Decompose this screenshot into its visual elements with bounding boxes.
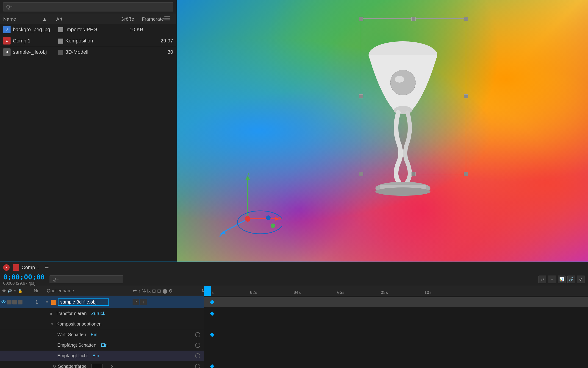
timeline-close-button[interactable]: × (3, 264, 10, 271)
track-1 (204, 296, 588, 308)
handle-bl (359, 172, 363, 176)
col-nr-header: Nr. (30, 288, 44, 294)
es-label: Empfängt Schatten (57, 342, 96, 348)
svg-point-22 (271, 223, 275, 228)
lock-header-icon: 🔒 (18, 289, 22, 293)
layer-1-nr: 1 (30, 299, 44, 305)
es-cycle-icon (195, 343, 200, 348)
layer-1-eye-icon[interactable]: 👁 (1, 299, 6, 305)
selection-box (361, 18, 466, 174)
sort-icon[interactable]: ▲ (42, 16, 47, 22)
col-size-header: Größe (109, 16, 134, 22)
playhead-marker (204, 286, 211, 296)
tl-add-icon[interactable]: + (548, 276, 556, 283)
transform-expand[interactable]: ▶ (50, 312, 53, 315)
project-search-input[interactable] (3, 2, 173, 11)
comp-icon: C (3, 37, 10, 45)
playhead-triangle (205, 286, 210, 289)
ruler-label-6s: 06s (337, 290, 345, 295)
el-value: Ein (92, 353, 99, 358)
timeline-search-input[interactable] (50, 275, 123, 283)
project-table-header: Name ▲ Art Größe Framerate (0, 14, 176, 24)
col-art-obj: 3D-Modell (65, 49, 118, 55)
svg-point-20 (245, 216, 250, 222)
layer-1-expand[interactable]: ▼ (45, 300, 49, 304)
col-name-header: Name (3, 16, 41, 22)
layer-1-name-input[interactable] (58, 298, 109, 306)
es-icon (195, 343, 204, 348)
wirft-schatten-row: Wirft Schatten Ein (0, 330, 204, 340)
layer-1-props: ⇄ ↑ (131, 299, 199, 305)
timeline-controls: 0;00;00;00 00000 (29,97 fps) ⇄ + 📊 🔗 ⏱ (0, 273, 588, 286)
handle-ml (359, 94, 363, 98)
col-modus-header: Modus (199, 288, 204, 294)
handle-mr (464, 94, 468, 98)
timeline-layers: 👁 🔊 ☀ 🔒 Nr. Quellenname ⇄ ↑ % fx ⊞ ⊟ ⬤ ⚙… (0, 286, 204, 368)
layer-1-color (51, 300, 56, 305)
layer-1-prop-2[interactable]: ↑ (140, 299, 147, 305)
transform-label-area: ▶ Transformieren Zurück (44, 311, 204, 316)
timeline-timecode-area: 0;00;00;00 00000 (29,97 fps) (3, 273, 47, 286)
track-schatten-keyframe[interactable] (210, 364, 214, 368)
sf-cycle-small: ↺ (53, 364, 56, 368)
track-schatten (204, 361, 588, 368)
timeline-menu-icon[interactable]: ☰ (45, 265, 49, 270)
project-row-obj[interactable]: O sample-_ile.obj 3D-Modell 30 (0, 46, 176, 58)
layer-1-audio-dot (7, 300, 11, 304)
el-icon (195, 353, 204, 358)
svg-text:Z: Z (219, 233, 222, 237)
project-table: Name ▲ Art Größe Framerate J backgro_peg… (0, 14, 176, 262)
audio-header-icon: 🔊 (7, 289, 12, 293)
ws-label: Wirft Schatten (57, 332, 86, 337)
tl-clock-icon[interactable]: ⏱ (577, 276, 585, 283)
kompo-expand[interactable]: ▼ (50, 322, 54, 326)
search-bar (0, 0, 176, 14)
track-transform-keyframe[interactable] (210, 311, 214, 316)
transform-label: Transformieren (56, 311, 87, 316)
ruler-label-2s: 02s (250, 290, 258, 295)
col-source-header: Quellenname (44, 288, 131, 294)
layer-row-1[interactable]: 👁 1 ▼ ⇄ ↑ (0, 296, 204, 308)
ws-label-area: Wirft Schatten Ein (44, 332, 195, 337)
col-framerate-comp: 29,97 (143, 38, 173, 44)
ruler-label-8s: 08s (381, 290, 388, 295)
layer-1-source: ▼ (44, 298, 131, 306)
es-label-area: Empfängt Schatten Ein (44, 342, 195, 348)
sf-color-swatch[interactable] (91, 364, 103, 368)
el-label: Empfängt Licht (57, 353, 88, 358)
track-empfangt-l (204, 350, 588, 361)
obj-icon: O (3, 48, 10, 56)
handle-bm (411, 172, 416, 176)
layer-1-vis-icons: 👁 (0, 299, 30, 305)
eye-header-icon: 👁 (2, 289, 6, 293)
project-row-jpeg[interactable]: J backgro_peg.jpg ImporterJPEG 10 KB (0, 24, 176, 35)
transform-value[interactable]: Zurück (91, 311, 105, 316)
tl-graph-icon[interactable]: 📊 (558, 276, 566, 283)
track-wirft-keyframe[interactable] (210, 332, 214, 337)
tl-link-icon[interactable]: 🔗 (567, 276, 575, 283)
track-1-fill (204, 297, 588, 307)
timeline-tool-icons: ⇄ + 📊 🔗 ⏱ (538, 276, 585, 283)
3d-axes: Y X Z (218, 173, 282, 239)
project-row-comp[interactable]: C Comp 1 Komposition 29,97 (0, 35, 176, 46)
preview-panel: Y X Z (177, 0, 588, 262)
tl-new-comp-icon[interactable]: ⇄ (538, 276, 546, 283)
timeline-timecode: 0;00;00;00 (3, 273, 47, 281)
project-item-name-obj: O sample-_ile.obj (3, 48, 56, 56)
ruler-label-4s: 04s (294, 290, 301, 295)
kompo-label-area: ▼ Kompositionsoptionen (44, 322, 204, 327)
kompositionsoptionen-row: ▼ Kompositionsoptionen (0, 319, 204, 330)
layer-1-prop-1[interactable]: ⇄ (133, 299, 139, 305)
svg-rect-0 (164, 16, 170, 17)
sf-icon (195, 364, 204, 368)
solo-header-icon: ☀ (13, 289, 17, 293)
project-item-name-comp: C Comp 1 (3, 37, 56, 45)
svg-point-23 (266, 215, 271, 220)
col-size-jpeg: 10 KB (118, 27, 143, 33)
ruler-label-10s: 10s (424, 290, 432, 295)
col-framerate-obj: 30 (143, 49, 173, 55)
timeline-content: 👁 🔊 ☀ 🔒 Nr. Quellenname ⇄ ↑ % fx ⊞ ⊟ ⬤ ⚙… (0, 286, 588, 368)
timeline-tab-header: × Comp 1 ☰ (0, 262, 588, 273)
sf-arrow[interactable]: ⟹ (105, 363, 113, 368)
track-empfangt-s (204, 340, 588, 350)
